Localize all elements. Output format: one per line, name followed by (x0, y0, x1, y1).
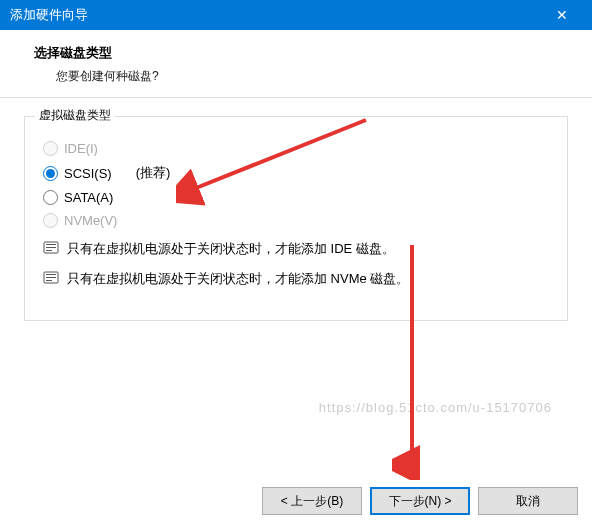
info-icon (43, 240, 59, 256)
svg-rect-3 (46, 250, 52, 251)
radio-ide-input (43, 141, 58, 156)
info-icon (43, 270, 59, 286)
recommended-label: (推荐) (136, 164, 171, 182)
radio-sata-input[interactable] (43, 190, 58, 205)
close-icon[interactable]: ✕ (542, 7, 582, 23)
radio-nvme: NVMe(V) (43, 213, 549, 228)
window-title: 添加硬件向导 (10, 6, 88, 24)
button-bar: < 上一步(B) 下一步(N) > 取消 (0, 477, 592, 525)
back-button[interactable]: < 上一步(B) (262, 487, 362, 515)
page-subtitle: 您要创建何种磁盘? (56, 68, 572, 85)
radio-nvme-label: NVMe(V) (64, 213, 117, 228)
next-button[interactable]: 下一步(N) > (370, 487, 470, 515)
watermark: https://blog.51cto.com/u-15170706 (319, 400, 552, 415)
svg-rect-1 (46, 244, 56, 245)
radio-ide-label: IDE(I) (64, 141, 98, 156)
radio-nvme-input (43, 213, 58, 228)
svg-rect-7 (46, 280, 52, 281)
radio-scsi-label: SCSI(S) (64, 166, 112, 181)
info-nvme: 只有在虚拟机电源处于关闭状态时，才能添加 NVMe 磁盘。 (43, 270, 549, 288)
svg-rect-5 (46, 274, 56, 275)
svg-rect-6 (46, 277, 56, 278)
info-nvme-text: 只有在虚拟机电源处于关闭状态时，才能添加 NVMe 磁盘。 (67, 270, 409, 288)
radio-scsi[interactable]: SCSI(S) (推荐) (43, 164, 549, 182)
cancel-button[interactable]: 取消 (478, 487, 578, 515)
page-title: 选择磁盘类型 (34, 44, 572, 62)
wizard-header: 选择磁盘类型 您要创建何种磁盘? (0, 30, 592, 98)
radio-ide: IDE(I) (43, 141, 549, 156)
group-label: 虚拟磁盘类型 (35, 107, 115, 124)
radio-scsi-input[interactable] (43, 166, 58, 181)
disk-type-group: 虚拟磁盘类型 IDE(I) SCSI(S) (推荐) SATA(A) NVMe(… (24, 116, 568, 321)
radio-sata-label: SATA(A) (64, 190, 113, 205)
radio-sata[interactable]: SATA(A) (43, 190, 549, 205)
info-ide-text: 只有在虚拟机电源处于关闭状态时，才能添加 IDE 磁盘。 (67, 240, 395, 258)
content-area: 虚拟磁盘类型 IDE(I) SCSI(S) (推荐) SATA(A) NVMe(… (0, 98, 592, 339)
svg-rect-2 (46, 247, 56, 248)
info-ide: 只有在虚拟机电源处于关闭状态时，才能添加 IDE 磁盘。 (43, 240, 549, 258)
title-bar: 添加硬件向导 ✕ (0, 0, 592, 30)
